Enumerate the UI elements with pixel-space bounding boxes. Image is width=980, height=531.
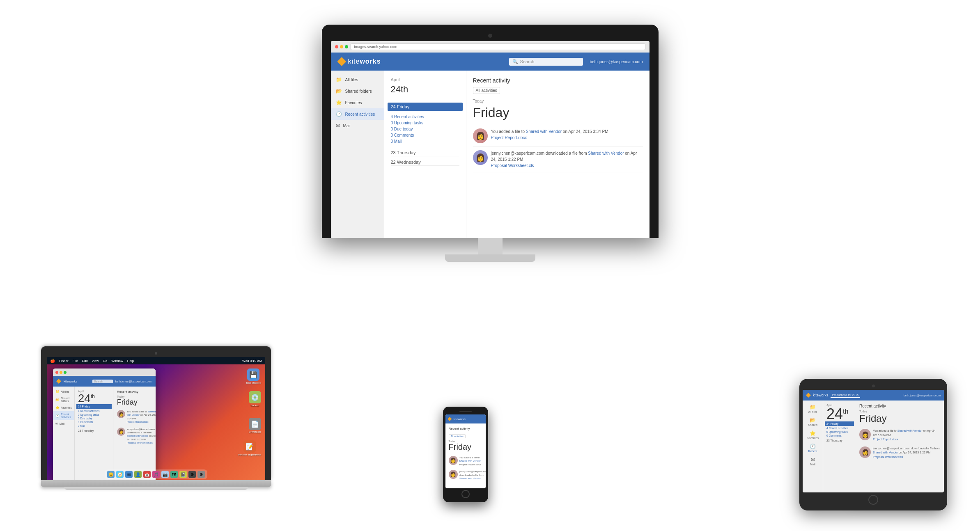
sidebar-item-mail[interactable]: ✉ Mail [331,120,384,131]
ipad-mail-icon: ✉ [811,457,815,462]
mac-sidebar-favs[interactable]: ⭐ Favorites [53,404,74,411]
ipad-sb-5[interactable]: ✉ Mail [803,455,823,468]
phone-avatar-1: 👩 [449,456,458,465]
ipad-file-1[interactable]: Project Report.docx [873,438,898,441]
dock-finder[interactable]: 😊 [107,471,115,478]
dock-terminal[interactable]: ⚙ [188,471,196,478]
phone-link-1[interactable]: Shared with Vendor [459,460,481,462]
entry-text-1: You added a file to Shared with Vendor o… [491,128,608,143]
mac-file-2[interactable]: Proposal Worksheet.xls [127,442,153,444]
act-item-2[interactable]: 0 Upcoming tasks [391,120,459,126]
kw-search[interactable]: 🔍 Search [509,58,583,66]
current-day-row[interactable]: 24 Friday [388,103,463,111]
desktop-icon-1[interactable]: 💾 Time Machine [246,368,261,384]
mac-sidebar-mail[interactable]: ✉ Mail [53,420,74,427]
prev-prev-day-row[interactable]: 22 Wednesday [391,156,459,166]
mac-sidebar-recent[interactable]: 🕐 Recent activities [53,411,74,420]
ipad-link-1[interactable]: Shared with Vendor [897,429,923,432]
avatar-1: 👩 [473,128,488,143]
mac-file-1[interactable]: Project Report.docx [127,421,149,423]
filter-select[interactable]: All activities [473,87,500,94]
sidebar-item-favorites[interactable]: ⭐ Favorites [331,97,384,108]
dock-safari[interactable]: 🧭 [116,471,124,478]
phone-filter[interactable]: All activities [449,434,466,438]
act-item-3[interactable]: 0 Due today [391,126,459,132]
sidebar-shared-label: Shared folders [345,89,372,94]
mac-act-1[interactable]: 4 Recent activities [78,409,110,413]
ipad-device: kiteworks Productions for 2015 beth.jone… [799,379,947,510]
mac-sidebar-shared[interactable]: 📂 Shared folders [53,395,74,404]
ipad-avatar-2: 👩 [859,446,871,458]
mac-entry-1: 👩 You added a file to Shared with Vendor… [117,408,156,426]
ipad-act-2[interactable]: 0 Upcoming tasks [826,430,852,434]
ipad-sb-4[interactable]: 🕐 Recent [803,442,823,455]
shared-vendor-link-1[interactable]: Shared with Vendor [526,129,562,134]
shared-vendor-link-2[interactable]: Shared with Vendor [588,151,624,156]
dock-maps[interactable]: 🗺 [170,471,178,478]
sidebar-mail-label: Mail [343,124,351,128]
ipad-sb-3[interactable]: ⭐ Favorites [803,428,823,442]
ipad-tab-active[interactable]: Productions for 2015 [831,393,861,398]
mac-maximize[interactable] [64,371,67,374]
ipad-entry-2: 👩 jenny.chen@kaspericam.com downloaded a… [859,444,941,462]
mac-act-3[interactable]: 0 Due today [78,417,110,420]
mac-mail-icon: ✉ [55,422,58,426]
mac-link-2[interactable]: Shared with Vendor [127,435,148,437]
browser-url[interactable]: images.search.yahoo.com [351,43,645,50]
mac-main-content: April 24th 24 Friday 4 Recent activities… [75,387,156,480]
ipad-outer: kiteworks Productions for 2015 beth.jone… [799,379,947,510]
dot-red[interactable] [335,45,338,48]
ipad-home-button[interactable] [868,495,878,505]
prev-day-row[interactable]: 23 Thursday [391,147,459,156]
dock-photos[interactable]: 📷 [161,471,169,478]
dock-notes[interactable]: 📓 [179,471,187,478]
phone-link-2[interactable]: Shared with Vendor [459,477,481,480]
file-link-1[interactable]: Project Report.docx [491,135,527,140]
dock-system[interactable]: ⚙ [197,471,205,478]
phone-kw-logo [448,417,452,421]
sidebar-recent-label: Recent activities [345,112,375,117]
mac-act-4[interactable]: 0 Comments [78,420,110,424]
icon-img-3: 📄 [249,418,261,430]
file-link-2[interactable]: Proposal Worksheet.xls [491,163,534,168]
dot-green[interactable] [345,45,348,48]
mac-act-5[interactable]: 0 Mail [78,424,110,428]
ipad-day-big: 24th [826,407,852,421]
sidebar-item-recent[interactable]: 🕐 Recent activities [331,108,384,120]
today-label: Today [473,99,643,103]
ipad-sb-1[interactable]: 📁 All files [803,402,823,415]
act-item-1[interactable]: 4 Recent activities [391,114,459,120]
mac-link-1[interactable]: Shared with Vendor [127,410,156,416]
dock-mail[interactable]: ✉ [125,471,133,478]
ipad-prev-day[interactable]: 23 Thursday [826,437,852,443]
mac-kw-logo [56,379,61,384]
ipad-sb-5-label: Mail [810,463,815,466]
mac-menubar: 🍎 Finder File Edit View Go Window Help W… [47,357,265,364]
mac-sidebar-allfiles[interactable]: 📁 All files [53,388,74,395]
search-icon: 🔍 [512,59,518,64]
act-item-4[interactable]: 0 Comments [391,132,459,138]
desktop-icon-3[interactable]: 📄 UNTITLED [249,418,261,433]
mac-prev-day[interactable]: 23 Thursday [78,428,110,433]
act-item-5[interactable]: 0 Mail [391,138,459,144]
ipad-file-2[interactable]: Proposal Worksheet.xls [873,455,903,458]
desktop-icon-2[interactable]: 💿 Backup [249,391,261,407]
ipad-link-2[interactable]: Shared with Vendor [873,451,898,454]
ipad-act-3[interactable]: 0 Comments [826,434,852,437]
phone-home-button[interactable] [461,490,470,498]
ipad-sb-2[interactable]: 📂 Shared [803,415,823,428]
mac-kw-search[interactable]: Search [92,380,113,383]
sidebar-item-allfiles[interactable]: 📁 All files [331,74,384,85]
dot-yellow[interactable] [340,45,343,48]
mac-minimize[interactable] [60,371,62,374]
mac-act-2[interactable]: 0 Upcoming tasks [78,413,110,417]
mac-cur-day[interactable]: 24 Friday [76,404,112,409]
dock-music[interactable]: 🎵 [152,471,160,478]
desktop-icon-4[interactable]: 📝 Partition of goodness [238,440,261,456]
ipad-act-1[interactable]: 4 Recent activities [826,426,852,430]
dock-contacts[interactable]: 👤 [134,471,142,478]
dock-calendar[interactable]: 📅 [143,471,151,478]
activity-title: Recent activity [473,77,643,84]
sidebar-item-shared[interactable]: 📂 Shared folders [331,85,384,97]
mac-close[interactable] [55,371,58,374]
